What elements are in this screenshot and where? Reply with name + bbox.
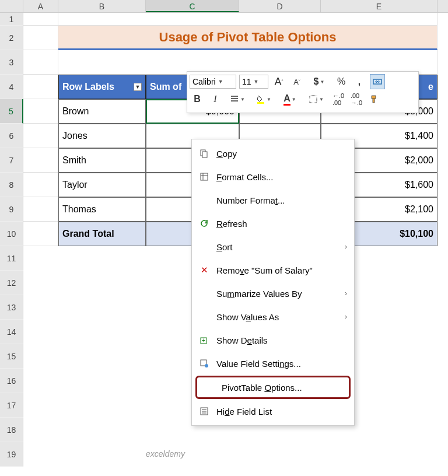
row-header-8[interactable]: 8 <box>0 173 23 197</box>
svg-rect-1 <box>257 102 264 104</box>
cm-copy[interactable]: Copy <box>192 142 354 165</box>
font-size-value: 11 <box>242 77 251 86</box>
chevron-down-icon: ▼ <box>292 97 296 102</box>
cell-a9[interactable] <box>23 197 58 222</box>
cm-show-details[interactable]: + Show Details <box>192 328 354 352</box>
currency-format-button[interactable]: $▼ <box>307 74 331 89</box>
cell-b5[interactable]: Brown <box>58 99 146 124</box>
chevron-right-icon: › <box>345 243 347 251</box>
row-header-12[interactable]: 12 <box>0 271 23 295</box>
cm-label: Hide Field List <box>216 407 347 416</box>
cell-b1[interactable] <box>58 13 438 26</box>
increase-decimal-button[interactable]: ←.0.00 <box>331 92 346 107</box>
caret-up-icon: ˆ <box>282 79 284 85</box>
cell-a8[interactable] <box>23 173 58 197</box>
row-header-2[interactable]: 2 <box>0 26 23 50</box>
font-name-select[interactable]: Calibri▼ <box>190 75 236 89</box>
font-color-button[interactable]: A▼ <box>278 92 302 107</box>
remove-icon: ✕ <box>199 265 209 275</box>
cell-b10-grandtotal[interactable]: Grand Total <box>58 222 146 246</box>
svg-rect-4 <box>202 152 207 158</box>
show-details-icon: + <box>199 335 209 345</box>
cm-refresh[interactable]: Refresh <box>192 212 354 235</box>
row-header-15[interactable]: 15 <box>0 344 23 369</box>
col-header-d[interactable]: D <box>239 0 321 12</box>
caret-down-icon: ˇ <box>299 79 300 85</box>
svg-rect-5 <box>201 173 208 180</box>
cm-pivottable-options[interactable]: PivotTable Options... <box>195 376 351 399</box>
cm-value-field-settings[interactable]: Value Field Settings... <box>192 352 354 375</box>
cm-format-cells[interactable]: Format Cells... <box>192 165 354 188</box>
cell-a7[interactable] <box>23 148 58 173</box>
cell-a4[interactable] <box>23 75 58 99</box>
row-header-17[interactable]: 17 <box>0 393 23 418</box>
cm-label: Value Field Settings... <box>216 359 347 369</box>
merge-icon[interactable] <box>370 74 385 89</box>
select-all-box[interactable] <box>0 0 23 12</box>
italic-button[interactable]: I <box>208 92 223 107</box>
cm-summarize[interactable]: Summarize Values By › <box>192 282 354 305</box>
col-header-a[interactable]: A <box>23 0 58 12</box>
row-header-9[interactable]: 9 <box>0 197 23 222</box>
field-list-icon <box>199 406 209 416</box>
blank-icon <box>199 312 209 322</box>
increase-font-button[interactable]: Aˆ <box>271 74 286 89</box>
row-header-19[interactable]: 19 <box>0 442 23 467</box>
format-cells-icon <box>199 172 209 182</box>
row-header-13[interactable]: 13 <box>0 295 23 320</box>
cm-remove[interactable]: ✕ Remove "Sum of Salary" <box>192 258 354 282</box>
font-name-value: Calibri <box>192 77 216 86</box>
align-button[interactable]: ▼ <box>226 92 249 107</box>
cm-label: Number Format... <box>216 195 347 205</box>
fill-color-button[interactable]: ▼ <box>252 92 275 107</box>
row-header-7[interactable]: 7 <box>0 148 23 173</box>
cell-a1[interactable] <box>23 13 58 26</box>
cm-show-values-as[interactable]: Show Values As › <box>192 305 354 328</box>
row-header-11[interactable]: 11 <box>0 246 23 271</box>
blank-icon <box>199 242 209 252</box>
row-header-14[interactable]: 14 <box>0 320 23 344</box>
row-header-4[interactable]: 4 <box>0 75 23 99</box>
row-header-6[interactable]: 6 <box>0 124 23 148</box>
refresh-icon <box>199 218 209 229</box>
decrease-font-button[interactable]: Aˇ <box>289 74 304 89</box>
row-header-10[interactable]: 10 <box>0 222 23 246</box>
col-header-c[interactable]: C <box>146 0 239 12</box>
format-painter-button[interactable] <box>367 92 382 107</box>
row-header-18[interactable]: 18 <box>0 418 23 442</box>
cm-label: Remove "Sum of Salary" <box>216 265 347 275</box>
svg-point-9 <box>205 364 208 368</box>
row-header-16[interactable]: 16 <box>0 369 23 393</box>
cell-a5[interactable] <box>23 99 58 124</box>
cell-b6[interactable]: Jones <box>58 124 146 148</box>
row-header-3[interactable]: 3 <box>0 50 23 75</box>
bold-button[interactable]: B <box>190 92 205 107</box>
cell-b7[interactable]: Smith <box>58 148 146 173</box>
blank-icon <box>199 288 209 299</box>
filter-dropdown-icon[interactable]: ▼ <box>134 83 142 91</box>
cell-b8[interactable]: Taylor <box>58 173 146 197</box>
cell-a10[interactable] <box>23 222 58 246</box>
row-header-5[interactable]: 5 <box>0 99 23 124</box>
row-header-1[interactable]: 1 <box>0 13 23 26</box>
cm-hide-field-list[interactable]: Hide Field List <box>192 400 354 423</box>
chevron-down-icon: ▼ <box>320 79 324 85</box>
font-size-select[interactable]: 11▼ <box>239 75 268 89</box>
cm-label: Sort <box>216 242 338 252</box>
decrease-decimal-button[interactable]: .00→.0 <box>349 92 364 107</box>
comma-format-button[interactable]: , <box>352 74 367 89</box>
cell-b9[interactable]: Thomas <box>58 197 146 222</box>
header-row-labels[interactable]: Row Labels ▼ <box>58 75 146 99</box>
cell-a2[interactable] <box>23 26 58 50</box>
col-header-e[interactable]: E <box>321 0 438 12</box>
cm-sort[interactable]: Sort › <box>192 235 354 258</box>
header-text: Sum of <box>150 82 181 92</box>
copy-icon <box>199 148 209 159</box>
borders-button[interactable]: ▼ <box>304 92 328 107</box>
col-header-b[interactable]: B <box>58 0 146 12</box>
cell-a3[interactable] <box>23 50 58 75</box>
cell-a6[interactable] <box>23 124 58 148</box>
cm-label: Show Details <box>216 335 347 345</box>
percent-format-button[interactable]: % <box>334 74 349 89</box>
cm-number-format[interactable]: Number Format... <box>192 188 354 212</box>
